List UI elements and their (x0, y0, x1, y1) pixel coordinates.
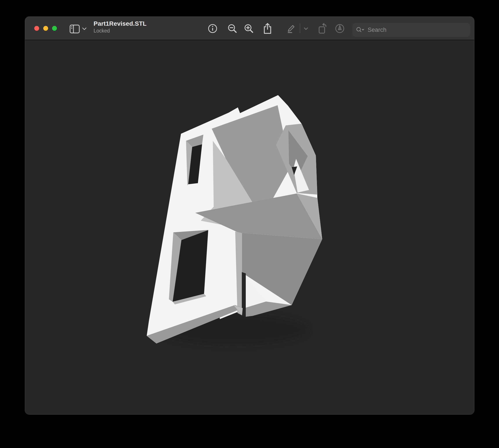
sidebar-chevron-down-icon[interactable] (82, 27, 87, 31)
stl-model-render (141, 88, 338, 363)
window-title: Part1Revised.STL (94, 20, 208, 27)
rotate-left-button (317, 23, 328, 34)
info-button[interactable] (208, 23, 218, 33)
stl-viewer-canvas[interactable] (25, 40, 474, 415)
zoom-window-button[interactable] (52, 26, 57, 31)
minimize-button[interactable] (43, 26, 48, 31)
share-button[interactable] (262, 22, 273, 34)
search-input[interactable] (367, 26, 467, 33)
rotate-left-icon (319, 27, 325, 33)
toolbar-divider (300, 23, 300, 33)
search-field[interactable] (352, 23, 470, 37)
window-subtitle: Locked (94, 28, 208, 33)
markup-pencil-button (286, 23, 296, 33)
sidebar-icon (70, 25, 79, 33)
markup-chevron-down-icon (303, 27, 309, 31)
sidebar-toggle-button[interactable] (69, 24, 80, 33)
pen-nib-button (335, 23, 345, 33)
titlebar[interactable]: Part1Revised.STL Locked (25, 17, 474, 40)
search-icon (356, 27, 365, 33)
title-block: Part1Revised.STL Locked (94, 20, 208, 34)
close-button[interactable] (34, 26, 39, 31)
zoom-out-button[interactable] (227, 23, 237, 33)
markup-pencil-icon (288, 25, 294, 31)
preview-window: Part1Revised.STL Locked (25, 16, 474, 415)
zoom-in-button[interactable] (244, 23, 254, 33)
